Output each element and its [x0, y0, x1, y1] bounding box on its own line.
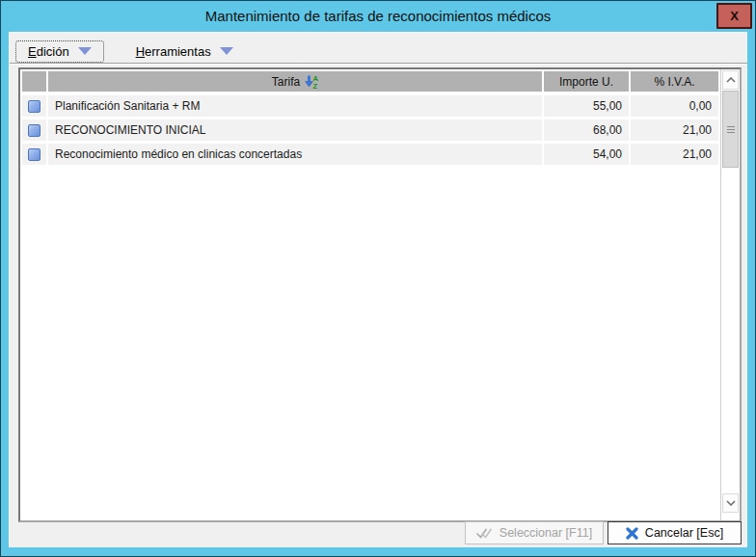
- dialog-body: Edición Herramientas Tarifa A: [9, 32, 747, 547]
- table-row-importe[interactable]: 55,00: [544, 95, 629, 117]
- menu-bar: Edición Herramientas: [15, 40, 246, 63]
- cancel-button-label: Cancelar [Esc]: [645, 526, 723, 540]
- table-row-select-cell[interactable]: [22, 95, 46, 117]
- header-tarifa[interactable]: Tarifa A Z: [48, 71, 542, 92]
- tariff-grid: Tarifa A Z Importe U. % I.V.A.: [20, 69, 720, 520]
- scroll-up-button[interactable]: [722, 70, 739, 90]
- svg-text:Z: Z: [313, 82, 318, 90]
- blue-x-icon: [626, 527, 638, 540]
- close-icon: X: [730, 10, 739, 22]
- row-icon: [28, 100, 40, 113]
- table-row-tarifa[interactable]: Reconocimiento médico en clinicas concer…: [48, 144, 542, 165]
- header-icon-column: [22, 71, 46, 92]
- table-row-tarifa[interactable]: RECONOCIMIENTO INICIAL: [48, 119, 542, 141]
- menu-herramientas[interactable]: Herramientas: [123, 40, 246, 63]
- select-button[interactable]: Seleccionar [F11]: [465, 521, 604, 544]
- table-row-select-cell[interactable]: [22, 119, 46, 141]
- table-row-tarifa[interactable]: Planificación Sanitaria + RM: [48, 95, 542, 117]
- chevron-down-icon: [726, 500, 736, 506]
- header-importe[interactable]: Importe U.: [544, 71, 629, 92]
- row-icon: [28, 124, 40, 137]
- table-row-iva[interactable]: 0,00: [631, 95, 718, 117]
- row-icon: [28, 148, 40, 161]
- table-row-iva[interactable]: 21,00: [631, 119, 718, 141]
- table-row-importe[interactable]: 68,00: [544, 119, 629, 141]
- dropdown-arrow-icon: [220, 47, 233, 55]
- scrollbar-track[interactable]: [722, 91, 739, 492]
- menu-edicion[interactable]: Edición: [15, 40, 104, 63]
- header-iva[interactable]: % I.V.A.: [631, 71, 718, 92]
- cancel-button[interactable]: Cancelar [Esc]: [608, 521, 742, 544]
- scrollbar-thumb[interactable]: [722, 91, 739, 168]
- thumb-grip-icon: [727, 126, 735, 133]
- tariff-table: Tarifa A Z Importe U. % I.V.A.: [18, 67, 742, 522]
- title-bar: Mantenimiento de tarifas de reconocimien…: [1, 1, 755, 32]
- dropdown-arrow-icon: [78, 47, 92, 55]
- table-row-iva[interactable]: 21,00: [631, 144, 718, 165]
- double-check-icon: [476, 528, 493, 539]
- menu-edicion-label: Edición: [28, 44, 69, 59]
- table-row-select-cell[interactable]: [22, 144, 46, 165]
- sort-az-icon: A Z: [304, 74, 318, 89]
- vertical-scrollbar[interactable]: [720, 69, 740, 520]
- chevron-up-icon: [726, 77, 736, 83]
- select-button-label: Seleccionar [F11]: [500, 526, 592, 540]
- menu-separator: [10, 63, 747, 65]
- dialog-window: Mantenimiento de tarifas de reconocimien…: [0, 0, 756, 557]
- menu-herramientas-label: Herramientas: [136, 44, 211, 59]
- table-row-importe[interactable]: 54,00: [544, 144, 629, 165]
- close-button[interactable]: X: [716, 3, 752, 29]
- scroll-down-button[interactable]: [722, 493, 739, 513]
- window-title: Mantenimiento de tarifas de reconocimien…: [1, 1, 755, 31]
